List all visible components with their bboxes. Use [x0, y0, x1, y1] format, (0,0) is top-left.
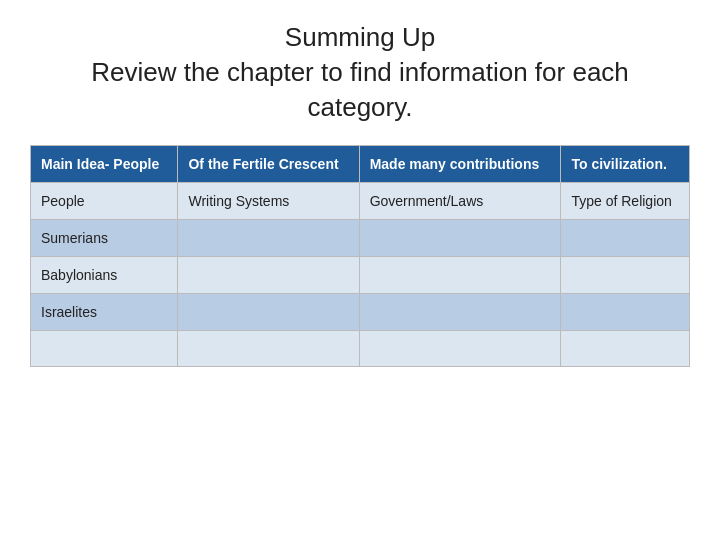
cell-r0-c3: Type of Religion — [561, 183, 690, 220]
cell-r2-c0: Babylonians — [31, 257, 178, 294]
table-header-row: Main Idea- People Of the Fertile Crescen… — [31, 146, 690, 183]
cell-r3-c2 — [359, 294, 561, 331]
cell-r2-c3 — [561, 257, 690, 294]
cell-r2-c2 — [359, 257, 561, 294]
cell-r1-c2 — [359, 220, 561, 257]
cell-r0-c1: Writing Systems — [178, 183, 359, 220]
cell-r3-c3 — [561, 294, 690, 331]
table-row: Babylonians — [31, 257, 690, 294]
table-row: Sumerians — [31, 220, 690, 257]
cell-r4-c2 — [359, 331, 561, 367]
title-section: Summing Up Review the chapter to find in… — [91, 20, 629, 125]
table-container: Main Idea- People Of the Fertile Crescen… — [30, 145, 690, 367]
col-header-4: To civilization. — [561, 146, 690, 183]
page-title: Summing Up Review the chapter to find in… — [91, 20, 629, 125]
cell-r0-c2: Government/Laws — [359, 183, 561, 220]
cell-r1-c3 — [561, 220, 690, 257]
cell-r3-c0: Israelites — [31, 294, 178, 331]
cell-r1-c1 — [178, 220, 359, 257]
cell-r4-c0 — [31, 331, 178, 367]
cell-r2-c1 — [178, 257, 359, 294]
cell-r4-c3 — [561, 331, 690, 367]
cell-r4-c1 — [178, 331, 359, 367]
table-row: Israelites — [31, 294, 690, 331]
table-row — [31, 331, 690, 367]
col-header-3: Made many contributions — [359, 146, 561, 183]
table-row: PeopleWriting SystemsGovernment/LawsType… — [31, 183, 690, 220]
summary-table: Main Idea- People Of the Fertile Crescen… — [30, 145, 690, 367]
cell-r3-c1 — [178, 294, 359, 331]
col-header-2: Of the Fertile Crescent — [178, 146, 359, 183]
col-header-1: Main Idea- People — [31, 146, 178, 183]
cell-r1-c0: Sumerians — [31, 220, 178, 257]
cell-r0-c0: People — [31, 183, 178, 220]
